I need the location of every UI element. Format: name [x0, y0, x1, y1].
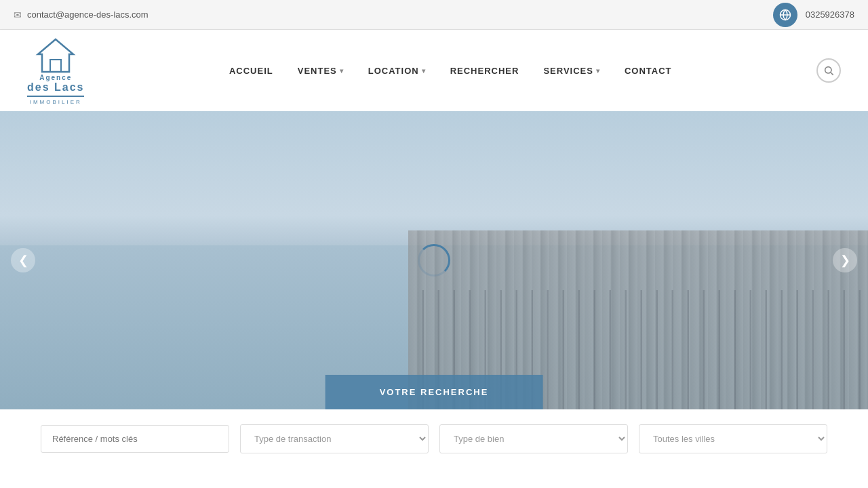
logo-immobilier: IMMOBILIER [30, 99, 82, 105]
next-arrow-icon: ❯ [840, 253, 850, 268]
hero-prev-button[interactable]: ❮ [11, 248, 35, 272]
logo-divider [27, 96, 84, 97]
email-icon: ✉ [14, 9, 22, 20]
contact-email: contact@agence-des-lacs.com [27, 9, 149, 20]
transaction-type-select[interactable]: Type de transaction Achat Location [240, 424, 429, 453]
header: Agence des Lacs IMMOBILIER ACCUEIL VENTE… [0, 30, 868, 111]
svg-line-5 [831, 73, 833, 75]
top-bar-right: 0325926378 [773, 3, 854, 27]
nav-services[interactable]: SERVICES ▾ [543, 66, 600, 76]
votre-recherche-label: VOTRE RECHERCHE [380, 387, 489, 397]
svg-marker-2 [38, 39, 73, 72]
nav-location[interactable]: LOCATION ▾ [368, 66, 426, 76]
language-icon[interactable] [773, 3, 797, 27]
search-form: Type de transaction Achat Location Type … [0, 409, 868, 468]
logo-agence: Agence [39, 74, 72, 81]
spinner-circle [418, 244, 450, 277]
chevron-down-icon: ▾ [340, 67, 344, 75]
loading-spinner [418, 244, 450, 277]
villes-select[interactable]: Toutes les villes Sedan Charleville-Mézi… [639, 424, 827, 453]
logo-lacs: des Lacs [27, 81, 84, 94]
nav-contact[interactable]: CONTACT [625, 66, 672, 76]
nav-rechercher[interactable]: RECHERCHER [450, 66, 519, 76]
top-bar: ✉ contact@agence-des-lacs.com 0325926378 [0, 0, 868, 30]
chevron-down-icon: ▾ [596, 67, 600, 75]
svg-point-4 [825, 67, 831, 73]
phone-number: 0325926378 [806, 9, 854, 20]
search-icon [823, 65, 834, 76]
bien-type-select[interactable]: Type de bien Maison Appartement Terrain … [439, 424, 628, 453]
header-search-button[interactable] [816, 58, 841, 83]
top-bar-left: ✉ contact@agence-des-lacs.com [14, 9, 149, 20]
hero-section: ❮ ❯ VOTRE RECHERCHE [0, 111, 868, 409]
svg-rect-3 [50, 60, 61, 72]
logo[interactable]: Agence des Lacs IMMOBILIER [27, 37, 84, 105]
nav-accueil[interactable]: ACCUEIL [229, 66, 273, 76]
hero-next-button[interactable]: ❯ [833, 248, 857, 272]
votre-recherche-button[interactable]: VOTRE RECHERCHE [326, 375, 543, 409]
logo-house-icon [35, 37, 76, 74]
main-nav: ACCUEIL VENTES ▾ LOCATION ▾ RECHERCHER S… [229, 66, 672, 76]
nav-ventes[interactable]: VENTES ▾ [298, 66, 344, 76]
search-reference-input[interactable] [41, 425, 229, 453]
chevron-down-icon: ▾ [422, 67, 426, 75]
prev-arrow-icon: ❮ [18, 253, 28, 268]
